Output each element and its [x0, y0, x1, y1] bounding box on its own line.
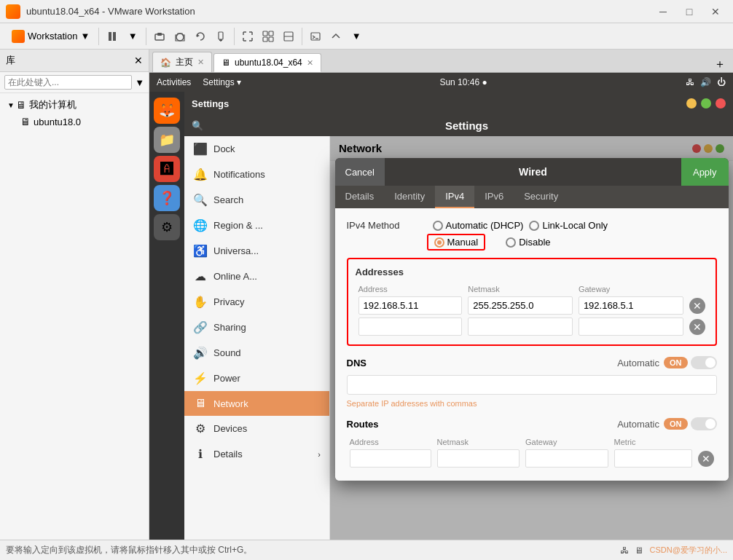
send-ctrlaltdel-button[interactable]	[149, 26, 170, 47]
dns-input[interactable]	[347, 375, 717, 395]
add-tab-button[interactable]: ＋	[710, 57, 730, 72]
sidebar-close-button[interactable]: ✕	[134, 55, 143, 66]
snapshot-button[interactable]	[170, 26, 190, 47]
unity-button[interactable]	[258, 26, 278, 47]
home-tab-close[interactable]: ✕	[197, 58, 204, 67]
launcher-files[interactable]: 📁	[154, 127, 180, 153]
apply-button[interactable]: Apply	[681, 158, 729, 186]
tab-ipv6[interactable]: IPv6	[474, 186, 514, 208]
nav-network[interactable]: 🖥 Network	[184, 391, 329, 416]
addr-row1-address-input[interactable]	[358, 296, 463, 315]
sidebar-search[interactable]: ▼	[0, 72, 149, 93]
home-tab[interactable]: 🏠 主页 ✕	[152, 52, 212, 72]
settings-menu[interactable]: Settings ▾	[203, 77, 241, 87]
cancel-button[interactable]: Cancel	[335, 158, 385, 186]
minimize-button[interactable]: ─	[651, 4, 675, 19]
universal-icon: ♿	[193, 244, 208, 258]
maximize-button[interactable]: □	[678, 4, 701, 19]
routes-row1-netmask-input[interactable]	[437, 449, 520, 468]
pause-dropdown[interactable]: ▼	[122, 26, 143, 47]
option-linklocal[interactable]: Link-Local Only	[529, 220, 608, 231]
toolbar-dropdown[interactable]: ▼	[346, 26, 366, 47]
expand-button[interactable]	[326, 26, 346, 47]
routes-row1-gateway-input[interactable]	[525, 449, 608, 468]
revert-button[interactable]	[190, 26, 211, 47]
nav-details[interactable]: ℹ Details ›	[184, 441, 329, 467]
launcher-software[interactable]: 🅰	[154, 156, 180, 182]
option-disable[interactable]: Disable	[506, 237, 550, 248]
settings-minimize-btn[interactable]	[686, 98, 697, 109]
nav-notifications[interactable]: 🔔 Notifications	[184, 162, 329, 187]
search-dropdown-icon[interactable]: ▼	[135, 77, 144, 88]
tree-item-ubuntu[interactable]: 🖥 ubuntu18.0	[17, 114, 146, 130]
tab-security[interactable]: Security	[514, 186, 568, 208]
nav-search[interactable]: 🔍 Search	[184, 187, 329, 213]
addr-row1-delete-button[interactable]: ✕	[689, 298, 705, 314]
settings-maximize-btn[interactable]	[701, 98, 711, 109]
nav-sound[interactable]: 🔊 Sound	[184, 340, 329, 366]
vm-tab-close[interactable]: ✕	[307, 58, 313, 68]
nav-region[interactable]: 🌐 Region & ...	[184, 213, 329, 238]
addr-row2-address-input[interactable]	[358, 318, 463, 336]
addr-row2-delete-button[interactable]: ✕	[689, 319, 705, 335]
option-automatic[interactable]: Automatic (DHCP)	[433, 220, 524, 231]
radio-disable[interactable]	[506, 237, 516, 248]
dns-toggle-switch[interactable]	[691, 356, 717, 369]
launcher-settings[interactable]: ⚙	[154, 214, 180, 240]
nav-universal[interactable]: ♿ Universa...	[184, 238, 329, 264]
dns-toggle-on[interactable]: ON	[664, 357, 688, 368]
routes-row1-address-input[interactable]	[350, 449, 431, 468]
launcher-firefox[interactable]: 🦊	[154, 98, 180, 124]
stretch-button[interactable]	[278, 26, 299, 47]
nav-privacy[interactable]: ✋ Privacy	[184, 289, 329, 315]
activities-button[interactable]: Activities	[157, 77, 191, 87]
addr-row2-gateway-input[interactable]	[579, 318, 683, 336]
dns-auto-label: Automatic	[617, 358, 659, 368]
radio-linklocal[interactable]	[529, 221, 539, 231]
option-manual[interactable]: Manual	[427, 234, 486, 251]
routes-row1-metric-input[interactable]	[614, 449, 692, 468]
vm-content[interactable]: Activities Settings ▾ Sun 10:46 ● 🖧 🔊 ⏻	[149, 73, 733, 540]
radio-manual[interactable]	[434, 237, 444, 248]
vm-tab-icon: 🖥	[222, 58, 230, 68]
connect-devices-button[interactable]	[211, 26, 231, 47]
pause-button[interactable]	[102, 26, 122, 47]
menu-bar: Workstation ▼ ▼ ▼	[0, 23, 733, 50]
search-nav-icon: 🔍	[193, 193, 208, 207]
tab-ipv4[interactable]: IPv4	[435, 186, 474, 208]
routes-row1-metric-cell	[611, 448, 695, 469]
nav-dock-label: Dock	[213, 143, 235, 154]
nav-power[interactable]: ⚡ Power	[184, 366, 329, 391]
console-button[interactable]	[305, 26, 326, 47]
routes-row1-delete-button[interactable]: ✕	[698, 451, 714, 467]
nav-sharing[interactable]: 🔗 Sharing	[184, 315, 329, 340]
workstation-menu[interactable]: Workstation ▼	[6, 27, 95, 46]
routes-toggle-switch[interactable]	[691, 417, 717, 430]
addr-row2-gateway-cell	[576, 316, 686, 337]
toggle-knob	[705, 358, 716, 368]
nav-devices[interactable]: ⚙ Devices	[184, 416, 329, 441]
devices-icon: ⚙	[193, 422, 208, 435]
routes-toggle-on[interactable]: ON	[664, 418, 688, 430]
toolbar-divider-2	[146, 28, 146, 45]
addr-row1-netmask-input[interactable]	[468, 296, 573, 315]
addr-row2-netmask-input[interactable]	[468, 318, 573, 336]
nav-search-label: Search	[213, 194, 243, 205]
launcher-help[interactable]: ❓	[154, 185, 180, 211]
search-input[interactable]	[4, 75, 132, 90]
svg-rect-6	[219, 32, 223, 39]
close-button[interactable]: ✕	[704, 4, 727, 19]
nav-online[interactable]: ☁ Online A...	[184, 264, 329, 289]
tab-details[interactable]: Details	[335, 186, 385, 208]
nav-dock[interactable]: ⬛ Dock	[184, 136, 329, 162]
fullscreen-button[interactable]	[238, 26, 258, 47]
tree-item-my-computer[interactable]: ▼ 🖥 我的计算机	[3, 96, 146, 114]
settings-close-btn[interactable]	[716, 98, 726, 109]
ubuntu-vm-label: ubuntu18.0	[34, 117, 81, 127]
tab-identity[interactable]: Identity	[384, 186, 435, 208]
vm-tab[interactable]: 🖥 ubuntu18.04_x64 ✕	[213, 53, 321, 72]
routes-col-netmask: Netmask	[434, 436, 523, 448]
addr-row1-gateway-input[interactable]	[579, 296, 683, 315]
radio-automatic[interactable]	[433, 221, 443, 231]
svg-rect-9	[263, 31, 267, 36]
